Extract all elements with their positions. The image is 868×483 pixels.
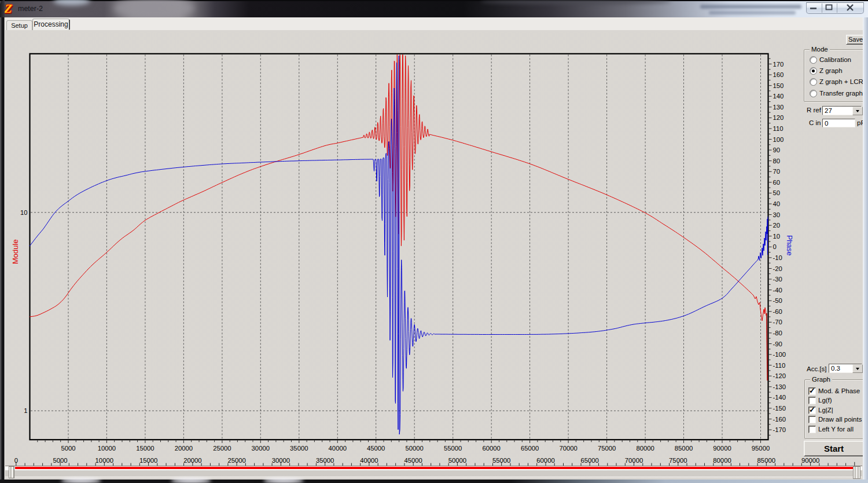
svg-text:90000: 90000	[713, 445, 731, 452]
svg-text:-130: -130	[773, 383, 786, 390]
svg-text:10: 10	[20, 209, 28, 216]
svg-text:0: 0	[773, 243, 777, 250]
svg-text:120: 120	[773, 114, 784, 121]
svg-text:80000: 80000	[713, 457, 731, 464]
svg-text:60: 60	[773, 179, 781, 186]
svg-text:70: 70	[773, 168, 781, 175]
svg-text:5000: 5000	[61, 445, 75, 452]
svg-text:-140: -140	[773, 394, 786, 401]
svg-text:20: 20	[773, 222, 781, 229]
svg-text:-40: -40	[773, 287, 782, 294]
svg-text:60000: 60000	[482, 445, 500, 452]
svg-text:30: 30	[773, 211, 781, 218]
svg-text:-80: -80	[773, 330, 782, 336]
svg-text:10000: 10000	[98, 445, 116, 452]
svg-text:110: 110	[773, 125, 784, 132]
svg-text:90: 90	[773, 147, 781, 153]
svg-text:75000: 75000	[669, 457, 687, 464]
svg-text:0: 0	[14, 457, 18, 464]
svg-text:25000: 25000	[227, 457, 245, 464]
svg-text:100: 100	[773, 136, 784, 143]
svg-text:10000: 10000	[95, 457, 113, 464]
svg-text:50: 50	[773, 189, 781, 196]
svg-text:35000: 35000	[290, 445, 308, 452]
svg-text:-50: -50	[773, 297, 782, 304]
svg-text:-20: -20	[773, 265, 782, 272]
svg-text:15000: 15000	[136, 445, 154, 452]
svg-text:70000: 70000	[625, 457, 643, 464]
svg-text:-120: -120	[773, 372, 786, 379]
svg-text:20000: 20000	[183, 457, 201, 464]
svg-text:-160: -160	[773, 416, 786, 423]
svg-text:Phase: Phase	[785, 235, 793, 255]
svg-text:85000: 85000	[757, 457, 775, 464]
svg-text:45000: 45000	[404, 457, 422, 464]
svg-text:85000: 85000	[675, 445, 693, 452]
svg-text:40000: 40000	[360, 457, 378, 464]
svg-text:-100: -100	[773, 351, 786, 358]
svg-text:140: 140	[773, 93, 784, 100]
svg-text:-60: -60	[773, 308, 782, 315]
svg-text:55000: 55000	[492, 457, 510, 464]
svg-text:-10: -10	[773, 254, 782, 261]
svg-text:80: 80	[773, 158, 781, 164]
svg-text:15000: 15000	[139, 457, 157, 464]
svg-text:-30: -30	[773, 276, 782, 283]
svg-text:150: 150	[773, 82, 784, 89]
svg-text:10: 10	[773, 233, 781, 240]
svg-text:1: 1	[24, 407, 27, 414]
svg-text:30000: 30000	[272, 457, 290, 464]
svg-text:-110: -110	[773, 362, 786, 369]
svg-text:20000: 20000	[175, 445, 193, 452]
svg-text:25000: 25000	[213, 445, 231, 452]
svg-text:95000: 95000	[752, 445, 770, 452]
svg-text:160: 160	[773, 71, 784, 78]
svg-text:5000: 5000	[53, 457, 68, 464]
svg-text:-170: -170	[773, 426, 786, 433]
svg-text:35000: 35000	[316, 457, 334, 464]
svg-text:60000: 60000	[536, 457, 554, 464]
svg-text:40000: 40000	[329, 445, 347, 452]
svg-text:65000: 65000	[521, 445, 539, 452]
svg-text:45000: 45000	[367, 445, 385, 452]
svg-text:-90: -90	[773, 341, 782, 347]
svg-text:30000: 30000	[252, 445, 270, 452]
svg-text:70000: 70000	[559, 445, 577, 452]
svg-text:90000: 90000	[801, 457, 819, 464]
svg-text:-150: -150	[773, 405, 786, 412]
svg-text:130: 130	[773, 104, 784, 111]
svg-text:-70: -70	[773, 319, 782, 325]
svg-text:75000: 75000	[598, 445, 616, 452]
svg-text:80000: 80000	[636, 445, 654, 452]
svg-text:65000: 65000	[580, 457, 598, 464]
svg-text:50000: 50000	[405, 445, 423, 452]
svg-text:170: 170	[773, 61, 784, 68]
svg-text:Module: Module	[11, 239, 20, 264]
svg-text:50000: 50000	[448, 457, 466, 464]
svg-text:55000: 55000	[444, 445, 462, 452]
svg-text:40: 40	[773, 200, 781, 207]
